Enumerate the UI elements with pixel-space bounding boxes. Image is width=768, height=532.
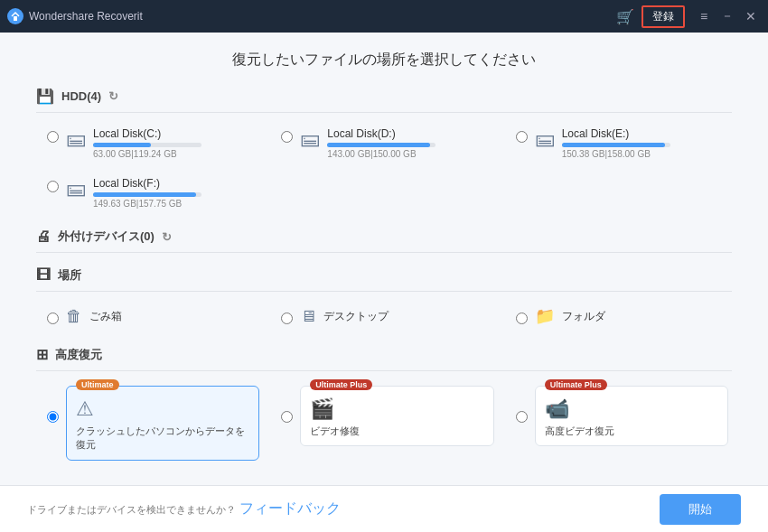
drive-bar-d — [327, 143, 436, 147]
hdd-section-header: 💾 HDD(4) ↻ — [36, 88, 732, 105]
drive-size-d: 143.00 GB|150.00 GB — [327, 149, 493, 159]
location-item-trash[interactable]: 🗑 ごみ箱 — [43, 301, 263, 331]
drive-icon-e: 🖴 — [535, 127, 555, 151]
folder-icon: 📁 — [535, 306, 555, 326]
external-section: 🖨 外付けデバイス(0) ↻ — [36, 229, 732, 253]
hdd-icon: 💾 — [36, 88, 54, 105]
drive-name-f: Local Disk(F:) — [93, 177, 259, 190]
location-section-label: 場所 — [58, 267, 81, 284]
advanced-radio-0[interactable] — [47, 411, 59, 423]
titlebar: Wondershare Recoverit 🛒 登録 ≡ － ✕ — [0, 0, 768, 33]
advanced-section-label: 高度復元 — [55, 347, 102, 363]
advanced-icon: ⊞ — [36, 346, 48, 363]
app-title: Wondershare Recoverit — [29, 10, 616, 23]
footer-hint-container: ドライブまたはデバイスを検出できませんか？ フィードバック — [27, 499, 341, 518]
drive-item-f[interactable]: 🖴 Local Disk(F:) 149.63 GB|157.75 GB — [43, 172, 263, 214]
advanced-section: ⊞ 高度復元 Ultimate⚠クラッシュしたパソコンからデータを復元Ultim… — [36, 346, 732, 466]
feedback-link[interactable]: フィードバック — [239, 500, 341, 516]
drive-icon-f: 🖴 — [66, 177, 86, 201]
advanced-label-2: 高度ビデオ復元 — [545, 425, 718, 438]
advanced-label-0: クラッシュしたパソコンからデータを復元 — [76, 425, 249, 453]
register-button[interactable]: 登録 — [642, 5, 685, 28]
trash-label: ごみ箱 — [89, 309, 122, 324]
desktop-icon: 🖥 — [300, 307, 316, 326]
drive-size-c: 63.00 GB|119.24 GB — [93, 149, 259, 159]
drive-item-d[interactable]: 🖴 Local Disk(D:) 143.00 GB|150.00 GB — [277, 122, 497, 164]
main-content: 復元したいファイルの場所を選択してください 💾 HDD(4) ↻ 🖴 Local… — [0, 33, 768, 485]
advanced-icon-1: 🎬 — [310, 397, 483, 421]
drive-item-c[interactable]: 🖴 Local Disk(C:) 63.00 GB|119.24 GB — [43, 122, 263, 164]
drive-item-e[interactable]: 🖴 Local Disk(E:) 150.38 GB|158.00 GB — [512, 122, 732, 164]
drive-grid: 🖴 Local Disk(C:) 63.00 GB|119.24 GB 🖴 Lo… — [36, 122, 732, 214]
advanced-icon-0: ⚠ — [76, 397, 249, 421]
desktop-label: デスクトップ — [323, 309, 389, 324]
menu-button[interactable]: ≡ — [694, 6, 714, 26]
location-radio-desktop[interactable] — [281, 313, 293, 324]
drive-info-e: Local Disk(E:) 150.38 GB|158.00 GB — [562, 127, 728, 159]
advanced-card-1[interactable]: Ultimate Plus🎬ビデオ修復 — [300, 386, 493, 446]
advanced-grid: Ultimate⚠クラッシュしたパソコンからデータを復元Ultimate Plu… — [36, 380, 732, 466]
advanced-radio-1[interactable] — [281, 411, 293, 423]
page-title: 復元したいファイルの場所を選択してください — [36, 51, 732, 70]
footer: ドライブまたはデバイスを検出できませんか？ フィードバック 開始 — [0, 485, 768, 532]
svg-rect-1 — [14, 16, 17, 21]
hdd-section-label: HDD(4) — [61, 89, 101, 103]
drive-radio-e[interactable] — [516, 131, 528, 143]
footer-hint-text: ドライブまたはデバイスを検出できませんか？ — [27, 504, 236, 515]
drive-icon-c: 🖴 — [66, 127, 86, 151]
drive-radio-c[interactable] — [47, 131, 59, 143]
drive-size-e: 150.38 GB|158.00 GB — [562, 149, 728, 159]
location-section-header: 🎞 場所 — [36, 267, 732, 284]
drive-bar-c — [93, 143, 201, 147]
advanced-label-1: ビデオ修復 — [310, 425, 483, 438]
drive-name-e: Local Disk(E:) — [562, 127, 728, 140]
advanced-section-header: ⊞ 高度復元 — [36, 346, 732, 363]
drive-name-c: Local Disk(C:) — [93, 127, 259, 140]
hdd-section: 💾 HDD(4) ↻ 🖴 Local Disk(C:) 63.00 GB|119… — [36, 88, 732, 214]
advanced-card-2[interactable]: Ultimate Plus📹高度ビデオ復元 — [535, 386, 728, 446]
advanced-radio-2[interactable] — [516, 411, 528, 423]
start-button[interactable]: 開始 — [660, 494, 741, 525]
external-refresh-icon[interactable]: ↻ — [162, 230, 172, 244]
cart-icon[interactable]: 🛒 — [616, 8, 634, 25]
location-item-folder[interactable]: 📁 フォルダ — [512, 301, 732, 331]
advanced-item-2[interactable]: Ultimate Plus📹高度ビデオ復元 — [512, 380, 732, 466]
close-button[interactable]: ✕ — [741, 6, 761, 26]
drive-radio-d[interactable] — [281, 131, 293, 143]
drive-radio-f[interactable] — [47, 181, 59, 192]
external-section-label: 外付けデバイス(0) — [58, 229, 155, 245]
drive-bar-e — [562, 143, 670, 147]
badge-0: Ultimate — [76, 379, 119, 390]
drive-name-d: Local Disk(D:) — [327, 127, 493, 140]
badge-1: Ultimate Plus — [310, 379, 372, 390]
advanced-card-0[interactable]: Ultimate⚠クラッシュしたパソコンからデータを復元 — [66, 386, 259, 461]
external-icon: 🖨 — [36, 229, 51, 245]
drive-info-c: Local Disk(C:) 63.00 GB|119.24 GB — [93, 127, 259, 159]
app-icon — [7, 8, 23, 24]
external-section-header: 🖨 外付けデバイス(0) ↻ — [36, 229, 732, 245]
location-section: 🎞 場所 🗑 ごみ箱 🖥 デスクトップ 📁 フォルダ — [36, 267, 732, 331]
drive-bar-f — [93, 192, 201, 197]
location-radio-trash[interactable] — [47, 313, 59, 324]
location-item-desktop[interactable]: 🖥 デスクトップ — [277, 301, 497, 331]
advanced-item-1[interactable]: Ultimate Plus🎬ビデオ修復 — [277, 380, 497, 466]
location-icon: 🎞 — [36, 267, 51, 284]
location-radio-folder[interactable] — [516, 313, 528, 324]
advanced-icon-2: 📹 — [545, 397, 718, 421]
drive-info-d: Local Disk(D:) 143.00 GB|150.00 GB — [327, 127, 493, 159]
window-controls: ≡ － ✕ — [694, 6, 761, 26]
advanced-item-0[interactable]: Ultimate⚠クラッシュしたパソコンからデータを復元 — [43, 380, 263, 466]
drive-info-f: Local Disk(F:) 149.63 GB|157.75 GB — [93, 177, 259, 209]
location-grid: 🗑 ごみ箱 🖥 デスクトップ 📁 フォルダ — [36, 301, 732, 331]
folder-label: フォルダ — [562, 309, 605, 324]
drive-icon-d: 🖴 — [300, 127, 320, 151]
drive-size-f: 149.63 GB|157.75 GB — [93, 199, 259, 209]
minimize-button[interactable]: － — [717, 6, 737, 26]
trash-icon: 🗑 — [66, 307, 82, 326]
refresh-icon[interactable]: ↻ — [108, 89, 118, 103]
badge-2: Ultimate Plus — [545, 379, 607, 390]
